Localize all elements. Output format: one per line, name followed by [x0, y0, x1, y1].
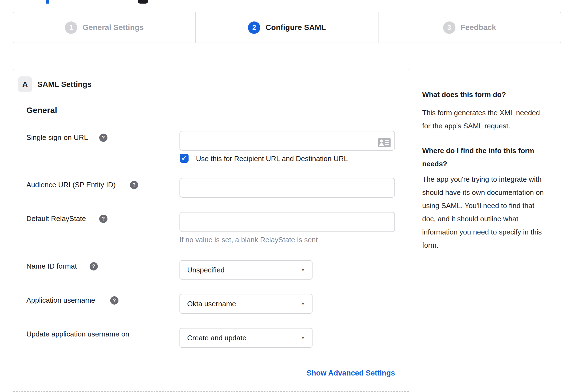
nameid-format-value: Unspecified — [187, 261, 225, 279]
panel-title: SAML Settings — [37, 76, 92, 92]
step-feedback: 3 Feedback — [378, 12, 561, 43]
relaystate-help-icon[interactable]: ? — [99, 215, 107, 223]
general-section-heading: General — [26, 106, 57, 115]
relaystate-hint: If no value is set, a blank RelayState i… — [179, 236, 318, 244]
app-username-help-icon[interactable]: ? — [110, 296, 118, 305]
update-username-label: Update application username on — [26, 330, 129, 338]
app-username-label: Application username — [26, 296, 95, 305]
top-cropped-logo-fragment — [138, 0, 148, 4]
update-username-dropdown[interactable]: Create and update ▼ — [179, 328, 313, 348]
chevron-down-icon: ▼ — [301, 261, 305, 279]
nameid-format-dropdown[interactable]: Unspecified ▼ — [179, 260, 313, 280]
relaystate-input[interactable] — [179, 212, 395, 232]
wizard-stepper: 1 General Settings 2 Configure SAML 3 Fe… — [13, 12, 561, 43]
sso-url-label: Single sign-on URL — [26, 133, 88, 142]
section-divider — [13, 391, 409, 392]
step-1-label: General Settings — [82, 23, 144, 32]
sidebar-heading-2: Where do I find the info this form needs… — [422, 144, 561, 170]
nameid-format-label: Name ID format — [26, 262, 77, 270]
step-1-circle: 1 — [65, 21, 77, 34]
update-username-value: Create and update — [187, 328, 246, 347]
app-username-dropdown[interactable]: Okta username ▼ — [179, 294, 313, 314]
step-3-circle: 3 — [443, 21, 455, 34]
recipient-url-checkbox-label: Use this for Recipient URL and Destinati… — [196, 154, 348, 163]
step-2-label: Configure SAML — [266, 23, 326, 32]
step-2-circle: 2 — [248, 21, 260, 34]
saml-settings-panel: A SAML Settings General Single sign-on U… — [13, 69, 409, 392]
show-advanced-settings-link[interactable]: Show Advanced Settings — [179, 369, 395, 377]
sidebar-paragraph-2: The app you're trying to integrate with … — [422, 173, 561, 252]
recipient-url-checkbox[interactable]: ✓ — [180, 154, 189, 163]
top-cropped-blue-fragment — [46, 0, 49, 4]
step-configure-saml: 2 Configure SAML — [195, 12, 378, 43]
help-sidebar: What does this form do? This form genera… — [422, 88, 561, 252]
audience-uri-input[interactable] — [179, 178, 395, 198]
section-a-badge: A — [18, 76, 32, 92]
step-3-label: Feedback — [461, 23, 496, 32]
step-general-settings: 1 General Settings — [13, 12, 195, 43]
relaystate-label: Default RelayState — [26, 214, 86, 223]
nameid-format-help-icon[interactable]: ? — [90, 262, 98, 270]
audience-uri-help-icon[interactable]: ? — [130, 181, 138, 189]
sso-url-input[interactable] — [179, 131, 395, 151]
sso-url-help-icon[interactable]: ? — [99, 134, 107, 142]
chevron-down-icon: ▼ — [301, 328, 305, 347]
sidebar-paragraph-1: This form generates the XML needed for t… — [422, 106, 561, 132]
sidebar-heading-1: What does this form do? — [422, 88, 561, 101]
audience-uri-label: Audience URI (SP Entity ID) — [26, 181, 116, 189]
contact-card-icon — [378, 138, 391, 148]
app-username-value: Okta username — [187, 294, 236, 313]
chevron-down-icon: ▼ — [301, 294, 305, 313]
